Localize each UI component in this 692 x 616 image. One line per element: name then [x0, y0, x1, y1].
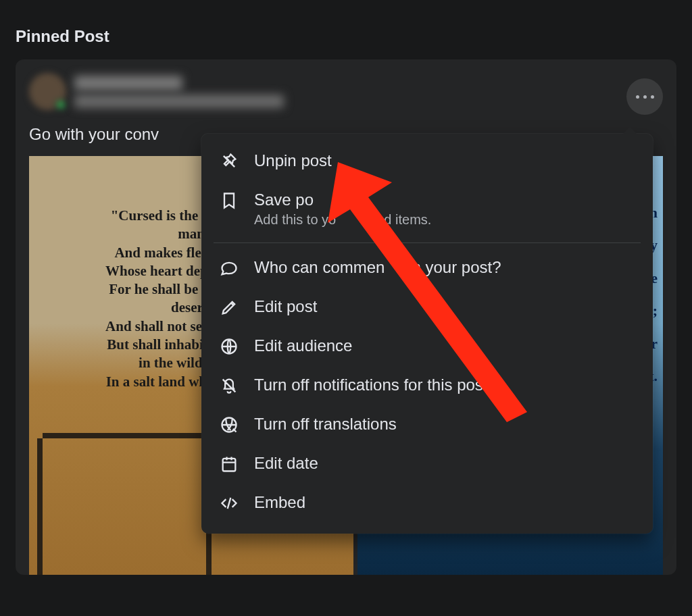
avatar-status-badge [55, 99, 66, 110]
comment-icon [219, 258, 239, 278]
svg-rect-2 [223, 459, 236, 471]
post-options-menu: Unpin post Save po Add this to yo aved i… [201, 134, 653, 534]
post-header [29, 73, 663, 110]
menu-item-save-post[interactable]: Save po Add this to yo aved items. [207, 181, 647, 237]
menu-item-embed[interactable]: Embed [207, 484, 647, 523]
bookmark-icon [219, 190, 239, 211]
bell-off-icon [219, 376, 239, 396]
menu-item-unpin-post[interactable]: Unpin post [207, 142, 647, 181]
post-meta-redacted [74, 95, 284, 108]
unpin-icon [219, 151, 239, 172]
menu-sublabel: Add this to yo aved items. [254, 212, 431, 228]
menu-label: Edit audience [254, 336, 352, 355]
menu-label: Edit post [254, 297, 317, 316]
menu-item-turn-off-notifications[interactable]: Turn off notifications for this post [207, 366, 647, 405]
globe-icon [219, 336, 239, 357]
menu-item-turn-off-translations[interactable]: Turn off translations [207, 405, 647, 444]
menu-label: Embed [254, 493, 305, 512]
menu-item-edit-post[interactable]: Edit post [207, 288, 647, 327]
menu-label: Turn off notifications for this post [254, 376, 488, 394]
section-title: Pinned Post [0, 0, 692, 59]
code-icon [219, 493, 239, 513]
menu-label: Unpin post [254, 151, 332, 170]
author-name-redacted [74, 76, 182, 91]
more-options-button[interactable] [626, 78, 663, 115]
menu-item-who-can-comment[interactable]: Who can commen on your post? [207, 249, 647, 288]
menu-label: Save po [254, 190, 431, 209]
menu-divider [214, 242, 641, 243]
post-author-area [74, 76, 284, 108]
menu-label: Edit date [254, 454, 318, 473]
translate-icon [219, 415, 239, 435]
menu-item-edit-date[interactable]: Edit date [207, 444, 647, 484]
calendar-icon [219, 454, 239, 474]
menu-label: Who can commen on your post? [254, 258, 501, 277]
menu-label: Turn off translations [254, 415, 397, 434]
avatar[interactable] [29, 73, 66, 110]
pencil-icon [219, 297, 239, 317]
menu-item-edit-audience[interactable]: Edit audience [207, 327, 647, 366]
